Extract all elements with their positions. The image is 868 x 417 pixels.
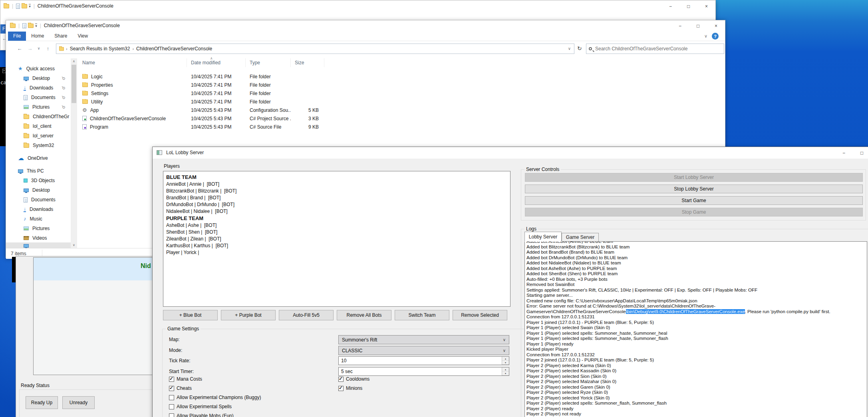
- player-row[interactable]: Player | Yorick |: [163, 249, 510, 256]
- column-header-size[interactable]: Size: [291, 58, 324, 67]
- player-row[interactable]: KarthusBot | Karthus | [BOT]: [163, 242, 510, 249]
- checkbox-box[interactable]: [169, 377, 174, 382]
- checkbox-box[interactable]: [169, 404, 174, 409]
- team-header[interactable]: PURPLE TEAM: [163, 215, 510, 222]
- sidebar-item-pictures[interactable]: Pictures⚲: [6, 102, 71, 112]
- column-header-type[interactable]: Type: [246, 58, 291, 67]
- combo-mode[interactable]: CLASSIC∨: [338, 346, 509, 355]
- qat-newfolder-icon[interactable]: [28, 24, 34, 28]
- sidebar-item-desktop[interactable]: Desktop: [6, 185, 71, 195]
- button-switch-team[interactable]: Switch Team: [395, 310, 449, 320]
- file-row[interactable]: Properties10/4/2025 7:41 PMFile folder: [78, 81, 324, 89]
- maximize-button[interactable]: □: [689, 20, 707, 32]
- sidebar-item-3d-objects[interactable]: 3D Objects: [6, 176, 71, 185]
- ribbon-tab-share[interactable]: Share: [49, 32, 72, 41]
- sidebar-item-system32[interactable]: System32: [6, 141, 71, 150]
- button-auto-fill-5v5[interactable]: Auto-Fill 5v5: [279, 310, 334, 320]
- checkbox-allow-experimental-spells[interactable]: Allow Experimental Spells: [169, 404, 232, 409]
- button-remove-selected[interactable]: Remove Selected: [453, 310, 507, 320]
- spinner-down-icon[interactable]: ▾: [502, 361, 509, 365]
- player-row[interactable]: ZileanBot | Zilean | [BOT]: [163, 236, 510, 242]
- sidebar-item-lol-server[interactable]: lol_server: [6, 131, 71, 141]
- column-headers[interactable]: NameDate modifiedTypeSize: [78, 58, 725, 67]
- file-row[interactable]: ⚙App10/4/2025 5:43 PMConfiguration Sou..…: [78, 106, 324, 114]
- ribbon-tab-view[interactable]: View: [72, 32, 93, 41]
- spinner-up-icon[interactable]: ▴: [502, 357, 509, 361]
- spinner-buttons[interactable]: ▴▾: [502, 357, 509, 365]
- checkbox-mana-costs[interactable]: Mana Costs: [169, 376, 202, 382]
- maximize-button[interactable]: □: [853, 147, 868, 159]
- address-dropdown-chevron-icon[interactable]: ∨: [568, 46, 571, 51]
- sidebar-section-quick-access[interactable]: ★Quick access: [6, 64, 71, 73]
- close-button[interactable]: ×: [697, 0, 715, 12]
- sidebar-item-music[interactable]: ♪Music: [6, 214, 71, 224]
- player-row[interactable]: ShenBot | Shen | [BOT]: [163, 229, 510, 236]
- button-purple-bot[interactable]: + Purple Bot: [221, 310, 276, 320]
- sidebar-item-lol-client[interactable]: lol_client: [6, 121, 71, 131]
- minimize-button[interactable]: −: [661, 0, 679, 12]
- nav-scrollbar[interactable]: ∧ ∨: [71, 58, 77, 248]
- qat-customize-chevron-icon[interactable]: ▾: [35, 24, 37, 28]
- qat-properties-icon[interactable]: [16, 4, 20, 9]
- sidebar-section-onedrive[interactable]: ☁OneDrive: [6, 153, 71, 163]
- close-button[interactable]: ×: [707, 20, 725, 32]
- up-button[interactable]: ↑: [43, 46, 53, 52]
- sidebar-item-documents[interactable]: Documents: [6, 195, 71, 205]
- file-row[interactable]: ChildrenOfTheGraveServerConsole10/4/2025…: [78, 114, 324, 123]
- sidebar-section-this-pc[interactable]: This PC: [6, 166, 71, 176]
- spinner-start-timer[interactable]: 5 sec▴▾: [338, 367, 509, 376]
- minimize-button[interactable]: −: [671, 20, 689, 32]
- refresh-icon[interactable]: ↻: [577, 45, 582, 52]
- scrollbar-thumb[interactable]: [72, 65, 76, 103]
- checkbox-minions[interactable]: Minions: [338, 385, 362, 391]
- spinner-tick-rate[interactable]: 10▴▾: [338, 356, 509, 365]
- explorer-titlebar[interactable]: | ▾ | ChildrenOfTheGraveServerConsole − …: [6, 20, 725, 32]
- minimize-button[interactable]: −: [835, 147, 853, 159]
- player-row[interactable]: BlitzcrankBot | Blitzcrank | [BOT]: [163, 188, 510, 195]
- player-row[interactable]: DrMundoBot | DrMundo | [BOT]: [163, 201, 510, 208]
- search-box[interactable]: Search ChildrenOfTheGraveServerConsole: [586, 44, 724, 54]
- button-remove-all-bots[interactable]: Remove All Bots: [337, 310, 391, 320]
- button-unready[interactable]: Unready: [62, 396, 95, 409]
- spinner-up-icon[interactable]: ▴: [502, 367, 509, 371]
- checkbox-cheats[interactable]: Cheats: [169, 385, 192, 391]
- checkbox-box[interactable]: [169, 395, 174, 400]
- player-row[interactable]: AnnieBot | Annie | [BOT]: [163, 181, 510, 188]
- ribbon-collapse-chevron-icon[interactable]: ∨: [704, 34, 707, 39]
- log-tab-lobby-server[interactable]: Lobby Server: [524, 232, 562, 242]
- scroll-up-icon[interactable]: ∧: [71, 58, 77, 63]
- sidebar-item-videos[interactable]: Videos: [6, 233, 71, 243]
- qat-properties-icon[interactable]: [22, 23, 26, 28]
- player-row[interactable]: AsheBot | Ashe | [BOT]: [163, 222, 510, 229]
- log-tab-game-server[interactable]: Game Server: [562, 233, 599, 242]
- log-list[interactable]: Added bot AnnieBot (Annie) to BLUE teamA…: [524, 241, 867, 417]
- file-row[interactable]: Program10/4/2025 5:43 PMC# Source File9 …: [78, 123, 324, 131]
- history-chevron-icon[interactable]: ∨: [34, 46, 44, 50]
- checkbox-box[interactable]: [169, 413, 174, 417]
- spinner-down-icon[interactable]: ▾: [502, 371, 509, 375]
- sidebar-item-desktop[interactable]: Desktop⚲: [6, 73, 71, 83]
- spinner-buttons[interactable]: ▴▾: [502, 367, 509, 375]
- column-header-name[interactable]: Name: [78, 58, 187, 67]
- sidebar-item-documents[interactable]: Documents⚲: [6, 93, 71, 102]
- help-icon[interactable]: ?: [712, 33, 719, 40]
- sidebar-item-childrenofthegr[interactable]: ChildrenOfTheGr: [6, 112, 71, 121]
- checkbox-box[interactable]: [169, 386, 174, 391]
- button-ready-up[interactable]: Ready Up: [26, 396, 58, 409]
- qat-customize-chevron-icon[interactable]: ▾: [29, 4, 31, 8]
- forward-button[interactable]: →: [25, 46, 35, 52]
- breadcrumb-segment[interactable]: ChildrenOfTheGraveServerConsole: [136, 46, 212, 52]
- column-header-date-modified[interactable]: Date modified: [187, 58, 246, 67]
- button-blue-bot[interactable]: + Blue Bot: [163, 310, 218, 320]
- file-row[interactable]: Logic10/4/2025 7:41 PMFile folder: [78, 72, 324, 81]
- player-row[interactable]: NidaleeBot | Nidalee | [BOT]: [163, 208, 510, 215]
- breadcrumb-segment[interactable]: Search Results in System32: [70, 46, 130, 52]
- explorer-back-titlebar[interactable]: | ▾ | ChildrenOfTheGraveServerConsole − …: [0, 0, 715, 12]
- ribbon-tab-file[interactable]: File: [8, 32, 26, 41]
- checkbox-box[interactable]: [338, 377, 344, 382]
- ribbon-tab-home[interactable]: Home: [26, 32, 49, 41]
- scroll-down-icon[interactable]: ∨: [71, 243, 77, 247]
- button-stop-lobby-server[interactable]: Stop Lobby Server: [525, 185, 863, 193]
- file-row[interactable]: Utility10/4/2025 7:41 PMFile folder: [78, 97, 324, 106]
- breadcrumb[interactable]: › Search Results in System32›ChildrenOfT…: [56, 44, 574, 54]
